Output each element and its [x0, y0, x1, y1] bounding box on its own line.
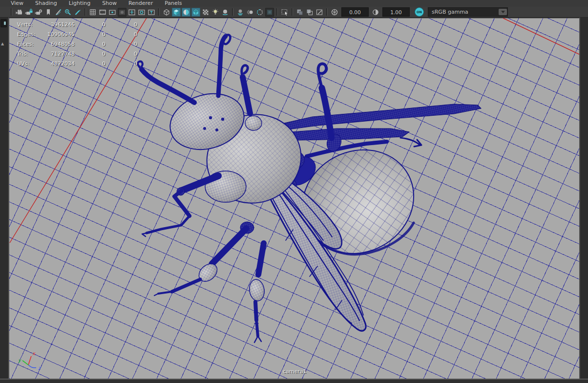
light-bulb-icon	[211, 8, 219, 16]
pan-zoom-2d-button[interactable]	[63, 8, 72, 17]
grid-button[interactable]	[88, 8, 97, 17]
field-chart-icon	[128, 8, 136, 16]
hud-label: Faces:	[17, 41, 46, 47]
menu-show[interactable]: Show	[102, 0, 117, 7]
hud-other: 0	[105, 51, 137, 57]
x-ray-active-components-button[interactable]	[315, 8, 324, 17]
toolbar-separator	[158, 8, 160, 16]
3d-viewport[interactable]: x y z Verts: 3961246 0 0 Edges: 10906945…	[9, 18, 580, 379]
grease-pencil-button[interactable]	[54, 8, 63, 17]
camera-attributes-button[interactable]	[34, 8, 43, 17]
hud-selected: 0	[75, 41, 105, 47]
use-all-lights-button[interactable]	[211, 8, 220, 17]
axis-x-label: x	[32, 351, 36, 356]
select-camera-button[interactable]	[15, 8, 23, 17]
grid-icon	[89, 8, 97, 16]
hud-label: Edges:	[17, 31, 46, 38]
use-default-material-button[interactable]	[182, 8, 190, 17]
insect-leg-mid-left	[154, 222, 254, 296]
field-chart-button[interactable]	[127, 8, 136, 17]
hud-selected: 0	[75, 61, 105, 67]
shadows-button[interactable]	[221, 8, 230, 17]
safe-title-button[interactable]	[147, 8, 156, 17]
smooth-shade-all-button[interactable]	[172, 8, 181, 17]
exposure-button[interactable]	[330, 8, 339, 17]
textured-button[interactable]	[201, 8, 210, 17]
toolbar-separator	[326, 8, 328, 16]
resolution-gate-button[interactable]	[108, 8, 117, 17]
insect-antenna-right	[218, 35, 230, 96]
exposure-input[interactable]	[341, 7, 369, 17]
gate-mask-icon	[118, 8, 126, 16]
contrast-icon	[372, 8, 379, 16]
gamma-dropdown-arrow-button[interactable]	[499, 9, 507, 15]
film-gate-button[interactable]	[98, 8, 107, 17]
isolate-select-icon	[281, 8, 289, 16]
motion-blur-icon	[246, 8, 254, 16]
viewport-canvas: x y z	[9, 18, 580, 379]
wire-on-shaded-cube-icon	[192, 8, 200, 16]
x-ray-button[interactable]	[295, 8, 304, 17]
x-ray-joints-button[interactable]	[305, 8, 314, 17]
hud-other: 0	[105, 41, 137, 47]
panel-menu-bar: View Shading Lighting Show Renderer Pane…	[0, 0, 588, 7]
maya-viewport-panel: { "menu_bar": { "items": ["View", "Shadi…	[0, 0, 588, 383]
wireframe-on-shaded-button[interactable]	[191, 8, 200, 17]
insect-folded-wings	[272, 104, 481, 147]
panel-edge-widget[interactable]	[0, 19, 7, 27]
toolbar-separator	[276, 8, 278, 16]
toolbar-separator	[11, 8, 12, 16]
gate-mask-button[interactable]	[118, 8, 126, 17]
lock-camera-icon	[25, 8, 33, 16]
hud-total: 10906945	[46, 31, 75, 38]
insect-wireframe-model[interactable]	[138, 35, 481, 342]
gamma-dropdown[interactable]: sRGB gamma	[428, 7, 508, 17]
lock-camera-button[interactable]	[24, 8, 33, 17]
panel-toolbar: ON sRGB gamma	[0, 7, 588, 18]
contrast-button[interactable]	[371, 8, 380, 17]
ao-sphere-icon	[236, 8, 244, 16]
gamma-dropdown-value: sRGB gamma	[428, 9, 499, 15]
hud-row-verts: Verts: 3961246 0 0	[17, 20, 137, 29]
safe-title-icon	[147, 8, 155, 16]
menu-panels[interactable]: Panels	[165, 0, 182, 7]
hud-label: Verts:	[17, 21, 46, 28]
isolate-select-button[interactable]	[280, 8, 289, 17]
pan-zoom-icon	[64, 8, 72, 16]
insect-antenna-left	[138, 62, 194, 103]
safe-action-button[interactable]	[137, 8, 146, 17]
menu-lighting[interactable]: Lighting	[69, 0, 90, 7]
hud-selected: 0	[75, 21, 105, 28]
chevron-down-icon	[501, 11, 505, 13]
scroll-up-icon[interactable]: ▲	[1, 42, 4, 46]
x-ray-joints-icon	[306, 8, 314, 16]
left-panel-edge: ▲	[0, 18, 9, 383]
resolution-gate-icon	[108, 8, 116, 16]
hud-other: 0	[105, 31, 137, 38]
menu-renderer[interactable]: Renderer	[128, 0, 153, 7]
toolbar-separator	[84, 8, 86, 16]
menu-view[interactable]: View	[11, 0, 23, 7]
hud-other: 0	[105, 61, 137, 67]
hud-row-uvs: UVs: 4822034 0 0	[17, 59, 137, 68]
camera-attributes-icon	[35, 8, 42, 16]
menu-shading[interactable]: Shading	[35, 0, 57, 7]
depth-of-field-icon	[266, 8, 273, 16]
film-gate-icon	[99, 8, 106, 16]
wireframe-cube-icon	[163, 8, 170, 16]
grease-pencil-draw-button[interactable]	[73, 8, 82, 17]
depth-of-field-button[interactable]	[265, 8, 274, 17]
bookmarks-button[interactable]	[44, 8, 53, 17]
anti-alias-circle-icon	[256, 8, 264, 16]
motion-blur-button[interactable]	[246, 8, 254, 17]
contrast-input[interactable]	[382, 7, 410, 17]
wireframe-button[interactable]	[162, 8, 171, 17]
exposure-aperture-icon	[331, 8, 338, 16]
screen-space-ao-button[interactable]	[236, 8, 245, 17]
select-camera-icon	[15, 8, 23, 16]
color-management-on-toggle[interactable]: ON	[415, 7, 424, 17]
shadow-sphere-icon	[221, 8, 229, 16]
hud-label: Tris:	[17, 51, 46, 57]
checker-icon	[202, 8, 210, 16]
anti-aliasing-button[interactable]	[255, 8, 264, 17]
